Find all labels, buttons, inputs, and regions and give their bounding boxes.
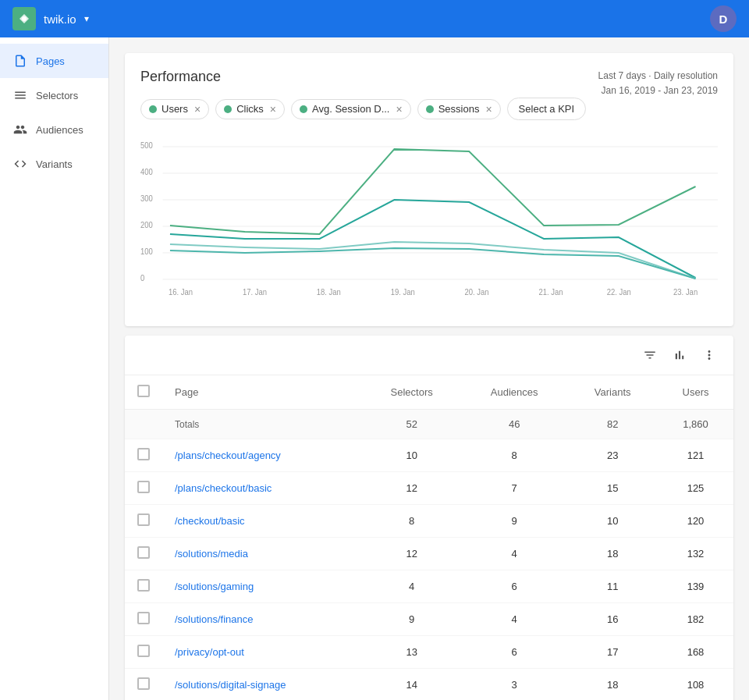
row-audiences-2: 9 (461, 505, 567, 538)
topbar-dropdown-arrow[interactable]: ▾ (84, 13, 89, 24)
chip-users-label: Users (162, 103, 188, 115)
row-checkbox-0[interactable] (137, 448, 150, 460)
svg-text:400: 400 (140, 168, 153, 176)
row-selectors-7: 14 (362, 669, 461, 701)
svg-text:200: 200 (140, 221, 153, 229)
pages-icon (12, 53, 28, 69)
sidebar-item-audiences[interactable]: Audiences (0, 112, 108, 147)
row-selectors-6: 13 (362, 636, 461, 669)
row-page-1[interactable]: /plans/checkout/basic (162, 472, 362, 505)
chip-clicks[interactable]: Clicks × (215, 99, 285, 119)
selectors-icon (12, 87, 28, 103)
select-all-checkbox[interactable] (137, 385, 150, 397)
performance-card: Performance Users × Clicks × (125, 53, 733, 326)
svg-text:18. Jan: 18. Jan (317, 288, 341, 297)
row-checkbox-2[interactable] (137, 513, 150, 526)
svg-text:300: 300 (140, 194, 153, 203)
row-users-4: 139 (658, 570, 733, 603)
performance-title: Performance (140, 69, 586, 85)
row-users-0: 121 (658, 439, 733, 472)
sidebar-item-pages[interactable]: Pages (0, 44, 108, 78)
row-page-5[interactable]: /solutions/finance (162, 603, 362, 636)
svg-text:500: 500 (140, 141, 153, 150)
totals-variants: 82 (567, 410, 658, 439)
svg-text:17. Jan: 17. Jan (243, 288, 267, 297)
sidebar-item-selectors[interactable]: Selectors (0, 78, 108, 112)
row-variants-7: 18 (567, 669, 658, 701)
filter-icon[interactable] (638, 343, 662, 367)
app-title: twik.io (44, 12, 76, 26)
row-checkbox-3[interactable] (137, 546, 150, 559)
col-page: Page (162, 375, 362, 410)
row-page-2[interactable]: /checkout/basic (162, 505, 362, 538)
row-audiences-1: 7 (461, 472, 567, 505)
row-audiences-6: 6 (461, 636, 567, 669)
row-selectors-3: 12 (362, 538, 461, 570)
col-users: Users (658, 375, 733, 410)
row-selectors-5: 9 (362, 603, 461, 636)
chip-users[interactable]: Users × (140, 99, 209, 119)
row-checkbox-5[interactable] (137, 612, 150, 624)
svg-text:0: 0 (140, 274, 145, 282)
chip-sessions[interactable]: Sessions × (417, 99, 501, 119)
totals-audiences: 46 (461, 410, 567, 439)
col-variants: Variants (567, 375, 658, 410)
select-kpi-button[interactable]: Select a KPI (507, 98, 587, 120)
chip-clicks-close[interactable]: × (270, 103, 276, 115)
svg-text:22. Jan: 22. Jan (607, 288, 631, 297)
col-selectors: Selectors (362, 375, 461, 410)
chip-sessions-close[interactable]: × (485, 103, 492, 115)
svg-text:100: 100 (140, 247, 153, 256)
variants-icon (12, 156, 28, 172)
row-users-6: 168 (658, 636, 733, 669)
row-audiences-4: 6 (461, 570, 567, 603)
chip-avg-session[interactable]: Avg. Session D... × (291, 99, 411, 119)
svg-text:23. Jan: 23. Jan (673, 288, 698, 297)
app-logo[interactable] (12, 7, 36, 30)
row-page-7[interactable]: /solutions/digital-signage (162, 669, 362, 701)
row-page-4[interactable]: /solutions/gaming (162, 570, 362, 603)
row-variants-1: 15 (567, 472, 658, 505)
topbar: twik.io ▾ D (0, 0, 749, 37)
layout: Pages Selectors Audiences Variants (0, 37, 749, 700)
svg-point-0 (22, 16, 27, 21)
table-card: Page Selectors Audiences Variants Users … (125, 336, 733, 700)
row-variants-6: 17 (567, 636, 658, 669)
row-variants-4: 11 (567, 570, 658, 603)
row-checkbox-6[interactable] (137, 645, 150, 657)
row-audiences-5: 4 (461, 603, 567, 636)
more-icon[interactable] (698, 343, 721, 367)
row-users-5: 182 (658, 603, 733, 636)
row-selectors-2: 8 (362, 505, 461, 538)
table-row: /plans/checkout/agency 10 8 23 121 (125, 439, 733, 472)
col-audiences: Audiences (461, 375, 567, 410)
row-checkbox-4[interactable] (137, 579, 150, 592)
chart-icon[interactable] (668, 343, 691, 367)
row-checkbox-7[interactable] (137, 677, 150, 690)
filter-chips: Users × Clicks × Avg. Session D... × (140, 98, 586, 120)
table-toolbar (125, 336, 733, 375)
user-avatar[interactable]: D (710, 5, 737, 32)
chip-sessions-dot (426, 105, 434, 113)
chip-avg-session-close[interactable]: × (396, 103, 402, 115)
row-page-3[interactable]: /solutions/media (162, 538, 362, 570)
sidebar: Pages Selectors Audiences Variants (0, 37, 109, 700)
svg-text:21. Jan: 21. Jan (538, 288, 563, 297)
row-checkbox-1[interactable] (137, 481, 150, 493)
row-page-0[interactable]: /plans/checkout/agency (162, 439, 362, 472)
date-range-dates: Jan 16, 2019 - Jan 23, 2019 (598, 84, 718, 98)
svg-text:16. Jan: 16. Jan (169, 288, 193, 297)
date-range-resolution: Last 7 days · Daily resolution (598, 69, 718, 84)
chip-users-close[interactable]: × (194, 103, 201, 115)
audiences-icon (12, 122, 28, 137)
chip-users-dot (149, 105, 157, 113)
sidebar-pages-label: Pages (36, 55, 65, 67)
chart-svg: 500 400 300 200 100 0 16. Jan 17. Jan (140, 139, 718, 311)
row-users-7: 108 (658, 669, 733, 701)
table-row: /solutions/digital-signage 14 3 18 108 (125, 669, 733, 701)
sidebar-item-variants[interactable]: Variants (0, 147, 108, 181)
row-audiences-3: 4 (461, 538, 567, 570)
performance-chart: 500 400 300 200 100 0 16. Jan 17. Jan (140, 139, 718, 311)
pages-table: Page Selectors Audiences Variants Users … (125, 375, 733, 700)
row-page-6[interactable]: /privacy/opt-out (162, 636, 362, 669)
